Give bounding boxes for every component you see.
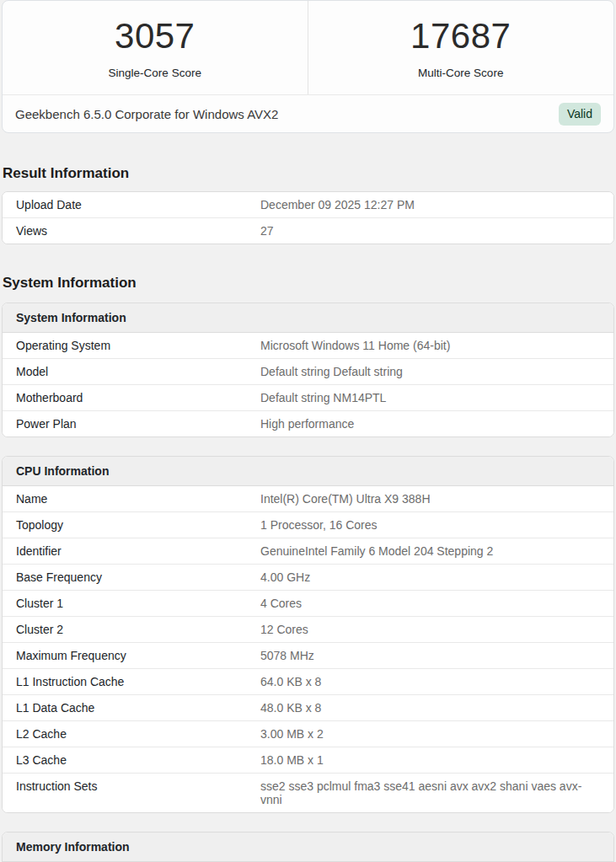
valid-status-badge: Valid [559,103,601,126]
score-summary-card: 3057 Single-Core Score 17687 Multi-Core … [2,0,614,133]
row-value: 3.00 MB x 2 [260,727,600,741]
table-row: Base Frequency4.00 GHz [3,565,613,591]
table-row: L3 Cache18.0 MB x 1 [3,747,613,774]
table-row: Operating SystemMicrosoft Windows 11 Hom… [3,333,613,359]
memory-information-table: Memory Information Size63.50 GB [2,832,614,862]
row-value: Intel(R) Core(TM) Ultra X9 388H [260,492,600,506]
row-value: Microsoft Windows 11 Home (64-bit) [260,339,600,352]
row-value: 27 [260,224,600,238]
table-row: L1 Instruction Cache64.0 KB x 8 [3,669,613,695]
row-value: December 09 2025 12:27 PM [260,198,600,211]
single-core-score-value: 3057 [115,19,195,54]
row-value: 1 Processor, 16 Cores [260,518,600,532]
row-label: Name [16,492,260,506]
row-value: Default string NM14PTL [260,391,600,404]
table-row: Instruction Setssse2 sse3 pclmul fma3 ss… [3,774,613,812]
system-information-section: System Information System Information Op… [2,275,614,862]
row-label: Cluster 2 [16,623,260,636]
row-label: Power Plan [16,417,260,431]
system-information-title: System Information [2,275,614,292]
table-row: Upload DateDecember 09 2025 12:27 PM [3,192,613,218]
row-label: L2 Cache [16,727,260,741]
table-row: Topology1 Processor, 16 Cores [3,512,613,538]
table-row: Cluster 212 Cores [3,617,613,643]
row-label: L3 Cache [16,753,260,767]
row-value: GenuineIntel Family 6 Model 204 Stepping… [260,544,600,558]
row-value: 4 Cores [260,597,600,610]
multi-core-score-cell: 17687 Multi-Core Score [308,1,614,94]
table-row: Power PlanHigh performance [3,411,613,436]
memory-information-table-header: Memory Information [3,833,613,862]
single-core-score-label: Single-Core Score [109,67,201,79]
table-row: IdentifierGenuineIntel Family 6 Model 20… [3,538,613,565]
row-value: 5078 MHz [260,649,600,662]
result-information-title: Result Information [2,165,614,182]
row-label: L1 Instruction Cache [16,675,260,688]
row-label: Upload Date [16,198,260,211]
cpu-information-table: CPU Information NameIntel(R) Core(TM) Ul… [2,456,614,813]
system-information-table: System Information Operating SystemMicro… [2,303,614,437]
version-bar: Geekbench 6.5.0 Corporate for Windows AV… [3,95,613,132]
row-label: L1 Data Cache [16,701,260,715]
row-value: 64.0 KB x 8 [260,675,600,688]
row-value: sse2 sse3 pclmul fma3 sse41 aesni avx av… [260,779,600,806]
cpu-information-table-header: CPU Information [3,457,613,486]
row-value: 12 Cores [260,623,600,636]
result-information-section: Result Information Upload DateDecember 0… [2,165,614,244]
table-row: MotherboardDefault string NM14PTL [3,385,613,411]
geekbench-version-text: Geekbench 6.5.0 Corporate for Windows AV… [15,107,278,121]
row-label: Identifier [16,544,260,558]
system-information-table-body: Operating SystemMicrosoft Windows 11 Hom… [3,333,613,436]
row-label: Topology [16,518,260,532]
row-label: Operating System [16,339,260,352]
table-row: Views27 [3,218,613,244]
row-value: Default string Default string [260,365,600,378]
multi-core-score-label: Multi-Core Score [418,67,503,79]
table-row: ModelDefault string Default string [3,359,613,385]
table-row: L1 Data Cache48.0 KB x 8 [3,695,613,721]
row-value: 48.0 KB x 8 [260,701,600,715]
table-row: L2 Cache3.00 MB x 2 [3,721,613,747]
table-row: Maximum Frequency5078 MHz [3,643,613,669]
row-label: Instruction Sets [16,779,260,806]
row-value: 4.00 GHz [260,570,600,584]
row-label: Base Frequency [16,570,260,584]
system-information-table-header: System Information [3,303,613,333]
table-row: Cluster 14 Cores [3,591,613,617]
row-label: Motherboard [16,391,260,404]
row-label: Maximum Frequency [16,649,260,662]
table-row: NameIntel(R) Core(TM) Ultra X9 388H [3,486,613,512]
benchmark-result-page: 3057 Single-Core Score 17687 Multi-Core … [0,0,616,862]
result-information-table: Upload DateDecember 09 2025 12:27 PMView… [2,191,614,244]
single-core-score-cell: 3057 Single-Core Score [3,1,308,94]
row-value: 18.0 MB x 1 [260,753,600,767]
multi-core-score-value: 17687 [410,19,511,54]
row-label: Views [16,224,260,238]
row-value: High performance [260,417,600,431]
row-label: Model [16,365,260,378]
score-row: 3057 Single-Core Score 17687 Multi-Core … [3,1,613,95]
cpu-information-table-body: NameIntel(R) Core(TM) Ultra X9 388HTopol… [3,486,613,812]
row-label: Cluster 1 [16,597,260,610]
